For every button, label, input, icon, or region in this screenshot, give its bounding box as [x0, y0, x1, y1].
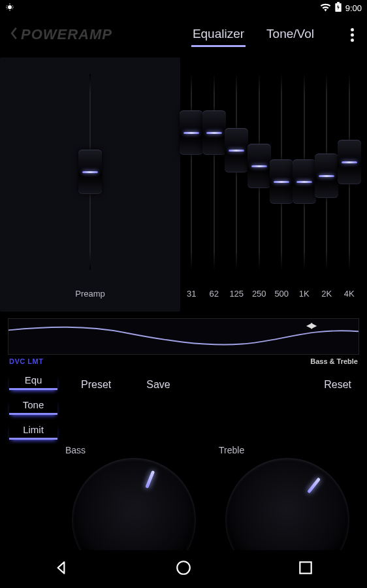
- save-button[interactable]: Save: [140, 379, 176, 391]
- nav-home-icon[interactable]: [175, 559, 192, 579]
- eq-slider-125[interactable]: [225, 128, 248, 172]
- back-icon[interactable]: [9, 26, 18, 43]
- status-time: 9:00: [345, 3, 362, 13]
- toggle-tone[interactable]: Tone: [9, 399, 57, 415]
- status-bar: 9:00: [0, 0, 367, 16]
- eq-band-4K: 4K: [338, 57, 361, 312]
- battery-icon: [335, 2, 342, 14]
- preamp-column: Preamp: [0, 57, 180, 312]
- svg-point-3: [177, 561, 190, 574]
- svg-rect-2: [337, 2, 340, 3]
- eq-band-62: 62: [203, 57, 226, 312]
- eq-curve[interactable]: ◀▶: [8, 318, 359, 355]
- tab-equalizer[interactable]: Equalizer: [191, 23, 246, 47]
- eq-band-250: 250: [248, 57, 271, 312]
- eq-track: [214, 74, 215, 270]
- eq-band-31: 31: [180, 57, 203, 312]
- eq-band-label: 62: [210, 289, 219, 299]
- nav-recent-icon[interactable]: [297, 559, 314, 579]
- eq-slider-4K[interactable]: [338, 140, 361, 184]
- reset-button[interactable]: Reset: [317, 379, 358, 391]
- preamp-label: Preamp: [75, 289, 105, 299]
- toggle-equ[interactable]: Equ: [9, 374, 57, 390]
- header-tabs: Equalizer Tone/Vol: [191, 23, 358, 47]
- eq-bands: 31621252505001K2K4K: [180, 57, 360, 312]
- eq-band-label: 31: [187, 289, 196, 299]
- eq-slider-62[interactable]: [202, 110, 226, 155]
- preamp-slider[interactable]: [78, 150, 102, 194]
- button-row: Equ Tone Limit Preset Save Reset: [0, 365, 367, 445]
- app-logo: POWERAMP: [21, 26, 112, 43]
- eq-slider-1K[interactable]: [293, 159, 316, 204]
- more-menu-icon[interactable]: [347, 23, 358, 47]
- eq-band-label: 2K: [321, 289, 332, 299]
- android-navbar: [0, 550, 367, 588]
- curve-footer: DVC LMT Bass & Treble: [0, 356, 367, 365]
- eq-band-label: 500: [274, 289, 289, 299]
- svg-point-0: [8, 5, 12, 9]
- svg-rect-4: [300, 562, 311, 573]
- equalizer-panel: Preamp 31621252505001K2K4K: [0, 54, 367, 312]
- eq-slider-31[interactable]: [180, 110, 203, 155]
- eq-band-2K: 2K: [315, 57, 338, 312]
- bass-label: Bass: [65, 445, 202, 455]
- eq-band-label: 125: [229, 289, 244, 299]
- eq-band-label: 4K: [344, 289, 355, 299]
- eq-band-125: 125: [225, 57, 248, 312]
- eq-band-1K: 1K: [293, 57, 316, 312]
- bass-treble-label: Bass & Treble: [310, 357, 358, 365]
- debug-icon: [5, 3, 14, 14]
- eq-slider-2K[interactable]: [315, 154, 338, 198]
- curve-scroll-icon[interactable]: ◀▶: [306, 321, 315, 330]
- eq-slider-500[interactable]: [270, 159, 293, 204]
- eq-band-label: 1K: [299, 289, 310, 299]
- dvc-lmt-label: DVC LMT: [9, 357, 43, 365]
- wifi-icon: [320, 3, 331, 14]
- toggle-column: Equ Tone Limit: [9, 374, 57, 440]
- toggle-limit[interactable]: Limit: [9, 424, 57, 440]
- preset-button[interactable]: Preset: [74, 379, 118, 391]
- app-header: POWERAMP Equalizer Tone/Vol: [0, 16, 367, 54]
- eq-track: [191, 74, 192, 270]
- eq-band-label: 250: [252, 289, 266, 299]
- eq-band-500: 500: [270, 57, 293, 312]
- treble-label: Treble: [219, 445, 355, 455]
- eq-slider-250[interactable]: [247, 144, 271, 188]
- nav-back-icon[interactable]: [53, 559, 70, 579]
- tab-tone-vol[interactable]: Tone/Vol: [265, 23, 315, 47]
